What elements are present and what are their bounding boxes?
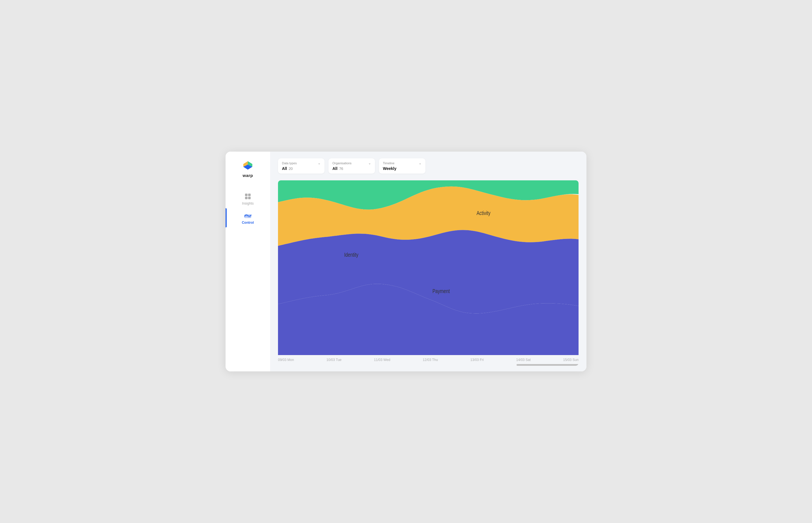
organisations-label: Organisations	[332, 161, 352, 165]
x-label-6: 15/03 Sun	[563, 358, 579, 362]
svg-rect-5	[245, 197, 248, 199]
svg-rect-3	[245, 194, 248, 196]
data-types-filter[interactable]: Data types ⌄ All 20	[278, 158, 324, 174]
organisations-value: All 76	[332, 166, 371, 171]
activity-chart-label: Activity	[476, 210, 491, 216]
control-label: Control	[242, 221, 254, 224]
organisations-header: Organisations ⌄	[332, 161, 371, 165]
scrollbar-thumb[interactable]	[516, 364, 579, 366]
timeline-value: Weekly	[383, 166, 422, 171]
sidebar: warp Insights	[226, 151, 270, 372]
svg-rect-4	[248, 194, 251, 196]
control-icon	[244, 212, 252, 219]
sidebar-item-insights[interactable]: Insights	[226, 189, 270, 208]
timeline-filter[interactable]: Timeline ⌄ Weekly	[379, 158, 425, 174]
timeline-header: Timeline ⌄	[383, 161, 422, 165]
main-content: Data types ⌄ All 20 Organisations ⌄ All …	[270, 151, 586, 372]
data-types-label: Data types	[282, 161, 297, 165]
x-axis-labels: 09/03 Mon 10/03 Tue 11/03 Wed 12/03 Thu …	[278, 355, 579, 363]
insights-label: Insights	[242, 201, 253, 205]
x-label-2: 11/03 Wed	[374, 358, 390, 362]
timeline-label: Timeline	[383, 161, 394, 165]
chart-area: Activity Identity Payment 09/03 Mon 10/0…	[278, 180, 579, 366]
sidebar-item-control[interactable]: Control	[226, 208, 270, 228]
identity-chart-label: Identity	[344, 251, 359, 258]
data-types-header: Data types ⌄	[282, 161, 321, 165]
logo-area: warp	[242, 161, 254, 178]
payment-chart-label: Payment	[433, 288, 450, 294]
organisations-filter[interactable]: Organisations ⌄ All 76	[329, 158, 375, 174]
svg-rect-8	[244, 214, 251, 218]
scrollbar-track[interactable]	[516, 364, 579, 366]
main-card: warp Insights	[226, 151, 586, 372]
timeline-chevron: ⌄	[419, 161, 422, 165]
svg-rect-6	[248, 197, 251, 199]
filters-bar: Data types ⌄ All 20 Organisations ⌄ All …	[278, 158, 579, 174]
grid-icon	[244, 193, 252, 200]
x-label-3: 12/03 Thu	[423, 358, 438, 362]
chart-scrollbar[interactable]	[278, 363, 579, 366]
x-label-1: 10/03 Tue	[326, 358, 341, 362]
data-types-value: All 20	[282, 166, 321, 171]
warp-logo-icon	[242, 161, 254, 171]
x-label-5: 14/03 Sat	[516, 358, 531, 362]
organisations-chevron: ⌄	[368, 161, 371, 165]
logo-text: warp	[243, 173, 253, 178]
chart-svg-container: Activity Identity Payment	[278, 180, 579, 355]
data-types-chevron: ⌄	[318, 161, 321, 165]
x-label-4: 13/03 Fri	[470, 358, 483, 362]
x-label-0: 09/03 Mon	[278, 358, 294, 362]
nav-items: Insights Control	[226, 189, 270, 228]
